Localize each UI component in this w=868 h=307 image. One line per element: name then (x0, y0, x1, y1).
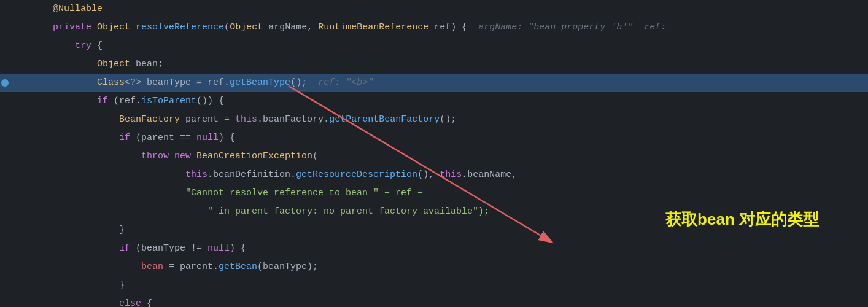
code-token: Class (97, 74, 125, 92)
code-token: Object (97, 55, 130, 74)
code-token (31, 18, 53, 37)
line-gutter (0, 18, 25, 37)
code-line: "Cannot resolve reference to bean " + re… (0, 184, 868, 203)
code-token (31, 166, 185, 184)
code-token: else (119, 295, 141, 307)
code-token (31, 92, 97, 111)
line-gutter (0, 0, 25, 18)
line-gutter (0, 74, 25, 92)
code-token: .beanDefinition. (207, 166, 296, 184)
code-line: Object bean; (0, 55, 868, 74)
code-token: ()) { (196, 92, 224, 111)
code-token: this (185, 166, 207, 184)
code-token (91, 18, 97, 37)
code-token: .beanName, (462, 166, 517, 184)
code-token: } (31, 221, 125, 239)
code-token: argName: "bean property 'b'" ref: (478, 18, 666, 37)
code-token: isToParent (141, 92, 196, 111)
code-token (31, 203, 207, 221)
line-gutter (0, 129, 25, 147)
line-gutter (0, 166, 25, 184)
code-content: } (25, 276, 868, 295)
code-token: "Cannot resolve reference to bean " + re… (185, 184, 423, 203)
breakpoint-icon (1, 79, 9, 87)
line-gutter (0, 239, 25, 258)
code-token: argName, (263, 18, 318, 37)
code-editor: @Nullable private Object resolveReferenc… (0, 0, 868, 307)
code-line: this.beanDefinition.getResourceDescripti… (0, 166, 868, 184)
code-token (31, 239, 119, 258)
line-gutter (0, 184, 25, 203)
code-content: private Object resolveReference(Object a… (25, 18, 868, 37)
code-token: <?> (125, 74, 147, 92)
line-gutter (0, 37, 25, 55)
code-token: getBeanType (230, 74, 290, 92)
code-token: (parent == (130, 129, 196, 147)
code-token (130, 18, 136, 37)
code-line: } (0, 221, 868, 239)
code-token: private (53, 18, 91, 37)
code-token: this (440, 166, 462, 184)
line-gutter (0, 111, 25, 129)
code-content: if (ref.isToParent()) { (25, 92, 868, 111)
code-token: BeanFactory (119, 111, 180, 129)
code-token (169, 147, 174, 166)
code-token (31, 295, 119, 307)
code-token: this (235, 111, 257, 129)
line-gutter (0, 276, 25, 295)
code-token (31, 55, 97, 74)
code-token (31, 111, 119, 129)
code-content: } (25, 221, 868, 239)
code-content: this.beanDefinition.getResourceDescripti… (25, 166, 868, 184)
code-token: try (75, 37, 91, 55)
line-gutter (0, 295, 25, 307)
code-token: null (207, 239, 230, 258)
code-token: (), (417, 166, 440, 184)
code-token: " in parent factory: no parent factory a… (207, 203, 489, 221)
code-token: parent = (180, 111, 235, 129)
code-line: BeanFactory parent = this.beanFactory.ge… (0, 111, 868, 129)
code-content: BeanFactory parent = this.beanFactory.ge… (25, 111, 868, 129)
code-token: .beanFactory. (257, 111, 329, 129)
code-token: ref: "<b>" (318, 74, 373, 92)
code-token: resolveReference (136, 18, 224, 37)
line-gutter (0, 92, 25, 111)
code-content: Object bean; (25, 55, 868, 74)
code-token: throw (141, 147, 169, 166)
code-line: if (parent == null) { (0, 129, 868, 147)
code-token (31, 129, 119, 147)
code-token (31, 184, 185, 203)
code-token: getBean (219, 258, 257, 276)
code-token: @Nullable (31, 0, 103, 18)
code-token: if (119, 129, 130, 147)
code-content: else { (25, 295, 868, 307)
code-token: getParentBeanFactory (329, 111, 440, 129)
code-token: BeanCreationException (196, 147, 312, 166)
code-token: Object (97, 18, 130, 37)
code-token: ref) { (428, 18, 478, 37)
code-token: new (174, 147, 191, 166)
code-token: if (119, 239, 130, 258)
code-token: = ref. (191, 74, 230, 92)
code-line: else { (0, 295, 868, 307)
code-line: bean = parent.getBean(beanType); (0, 258, 868, 276)
code-token: getResourceDescription (296, 166, 417, 184)
code-token: bean; (130, 55, 163, 74)
code-token: { (91, 37, 103, 55)
code-token: = parent. (163, 258, 219, 276)
code-token: (); (290, 74, 318, 92)
code-token (191, 147, 196, 166)
code-content: try { (25, 37, 868, 55)
code-line: Class<?> beanType = ref.getBeanType(); r… (0, 74, 868, 92)
code-token: { (141, 295, 152, 307)
code-token (31, 74, 97, 92)
code-content: throw new BeanCreationException( (25, 147, 868, 166)
code-content: Class<?> beanType = ref.getBeanType(); r… (25, 74, 868, 92)
line-gutter (0, 258, 25, 276)
code-token: Object (230, 18, 263, 37)
code-content: if (parent == null) { (25, 129, 868, 147)
code-token: ( (224, 18, 230, 37)
code-content: "Cannot resolve reference to bean " + re… (25, 184, 868, 203)
code-token: RuntimeBeanReference (318, 18, 428, 37)
line-gutter (0, 221, 25, 239)
